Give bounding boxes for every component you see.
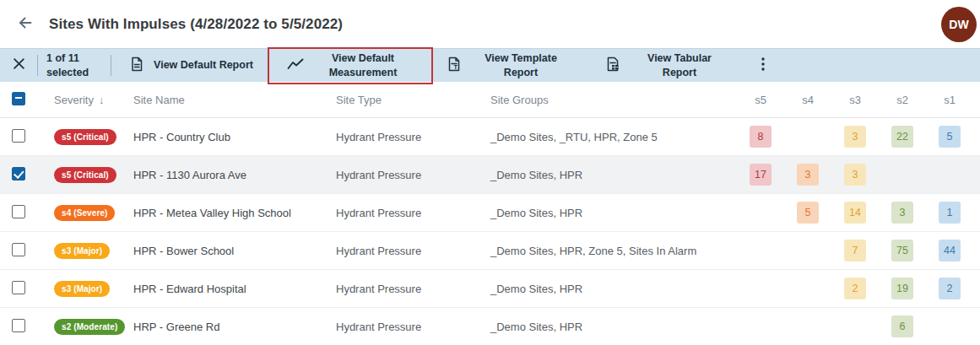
site-groups: _Demo Sites, HPR [490,207,737,219]
s1-count-cell: 2 [926,278,973,299]
back-button[interactable] [12,11,39,38]
s2-count-cell: 3 [879,202,926,224]
column-header-site-type[interactable]: Site Type [336,94,490,106]
severity-cell: s5 (Critical) [41,167,133,183]
select-all-checkbox[interactable] [12,92,25,105]
sort-descending-icon: ↓ [99,94,105,106]
column-header-severity-label: Severity [54,94,94,106]
selection-count-line2: selected [46,66,89,79]
more-options-button[interactable] [746,49,780,82]
severity-cell: s3 (Major) [41,281,133,297]
s3-count-chip: 3 [844,164,866,186]
s1-count-chip: 5 [939,126,961,148]
table-row[interactable]: s4 (Severe) HPR - Metea Valley High Scho… [0,194,980,232]
view-default-measurement-button[interactable]: View Default Measurement [270,49,429,82]
site-groups: _Demo Sites, HPR [490,283,737,295]
severity-cell: s2 (Moderate) [41,319,133,335]
severity-cell: s5 (Critical) [41,129,133,145]
site-type: Hydrant Pressure [336,283,490,295]
row-checkbox[interactable] [12,167,25,181]
site-type: Hydrant Pressure [336,131,490,143]
severity-cell: s3 (Major) [41,243,133,259]
site-groups: _Demo Sites, HPR, Zone 5, Sites In Alarm [490,245,737,257]
site-name: HPR - Metea Valley High School [133,207,336,219]
row-checkbox[interactable] [12,243,25,256]
column-header-s2[interactable]: s2 [879,94,926,106]
row-checkbox[interactable] [12,205,25,218]
s3-count-cell: 3 [831,126,879,148]
clear-selection-button[interactable] [0,49,37,82]
s2-count-cell: 19 [879,278,926,299]
severity-badge: s4 (Severe) [54,205,115,221]
table-row[interactable]: s3 (Major) HPR - Edward Hospital Hydrant… [0,270,980,308]
document-report-icon [128,56,145,76]
selection-count-line1: 1 of 11 [46,51,89,65]
s1-count-chip: 44 [939,240,961,261]
view-template-report-label: View Template Report [471,51,571,79]
selection-toolbar: 1 of 11 selected View Default Report Vie… [0,48,980,82]
s3-count-cell: 14 [831,202,879,224]
severity-cell: s4 (Severe) [41,205,133,221]
view-default-report-button[interactable]: View Default Report [111,49,270,82]
severity-badge: s2 (Moderate) [54,319,125,335]
severity-badge: s5 (Critical) [54,129,116,145]
row-checkbox-cell [0,243,41,259]
s3-count-cell: 3 [831,164,879,186]
row-checkbox[interactable] [12,319,25,332]
view-default-report-label: View Default Report [154,58,253,72]
kebab-menu-icon [761,56,766,76]
s4-count-chip: 3 [797,164,819,186]
site-groups: _Demo Sites, HPR [490,169,737,181]
table-row[interactable]: s5 (Critical) HPR - 1130 Aurora Ave Hydr… [0,156,980,194]
arrow-left-icon [17,14,34,35]
s5-count-chip: 17 [750,164,772,186]
severity-badge: s5 (Critical) [54,167,116,183]
s3-count-chip: 14 [844,202,866,224]
s2-count-cell: 22 [879,126,926,148]
s1-count-chip: 1 [939,202,961,224]
s1-count-cell: 44 [926,240,973,261]
page-title: Sites With Impulses (4/28/2022 to 5/5/20… [49,16,343,33]
s1-count-cell: 5 [926,126,973,148]
view-default-measurement-label: View Default Measurement [313,51,413,79]
table-row[interactable]: s5 (Critical) HPR - Country Club Hydrant… [0,118,980,156]
site-name: HPR - Bower School [133,245,336,257]
table-row[interactable]: s2 (Moderate) HRP - Greene Rd Hydrant Pr… [0,308,980,345]
column-header-s1[interactable]: s1 [926,94,973,106]
avatar[interactable]: DW [941,7,977,42]
s3-count-chip: 2 [844,278,866,299]
row-checkbox-cell [0,319,41,335]
document-tabular-icon [604,56,621,76]
s2-count-cell: 6 [879,315,926,337]
s4-count-cell: 5 [784,202,831,224]
svg-text:T: T [454,63,458,71]
line-chart-icon [286,57,305,74]
site-name: HPR - Edward Hospital [133,283,336,295]
site-type: Hydrant Pressure [336,169,490,181]
site-name: HPR - Country Club [133,131,336,143]
s3-count-chip: 3 [844,126,866,148]
s1-count-chip: 2 [939,278,961,299]
s4-count-cell: 3 [784,164,831,186]
table-row[interactable]: s3 (Major) HPR - Bower School Hydrant Pr… [0,232,980,270]
row-checkbox[interactable] [12,281,25,294]
view-tabular-report-button[interactable]: View Tabular Report [587,49,746,82]
row-checkbox-cell [0,205,41,221]
row-checkbox[interactable] [12,129,25,143]
column-header-s5[interactable]: s5 [737,94,784,106]
site-name: HRP - Greene Rd [133,321,336,333]
site-type: Hydrant Pressure [336,321,490,333]
column-header-site-groups[interactable]: Site Groups [490,94,737,106]
column-header-site-name[interactable]: Site Name [133,94,336,106]
column-header-severity[interactable]: Severity ↓ [41,94,133,106]
document-template-icon: T [446,56,463,76]
view-template-report-button[interactable]: T View Template Report [429,49,587,82]
column-header-s3[interactable]: s3 [831,94,879,106]
s4-count-chip: 5 [797,202,819,224]
s3-count-chip: 7 [844,240,866,261]
s5-count-chip: 8 [750,126,772,148]
site-name: HPR - 1130 Aurora Ave [133,169,336,181]
select-all-cell [0,92,41,108]
table-header-row: Severity ↓ Site Name Site Type Site Grou… [0,82,980,118]
column-header-s4[interactable]: s4 [784,94,831,106]
